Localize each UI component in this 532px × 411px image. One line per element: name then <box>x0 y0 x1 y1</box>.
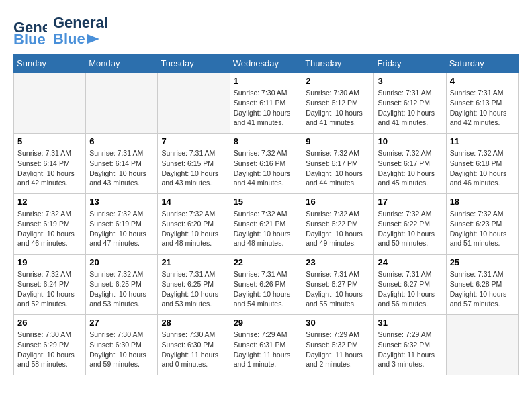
day-number: 13 <box>89 197 154 207</box>
day-number: 24 <box>378 257 442 267</box>
calendar-cell: 30Sunrise: 7:29 AM Sunset: 6:32 PM Dayli… <box>302 315 374 375</box>
day-number: 2 <box>306 76 370 86</box>
day-info: Sunrise: 7:31 AM Sunset: 6:25 PM Dayligh… <box>161 269 226 309</box>
day-info: Sunrise: 7:31 AM Sunset: 6:12 PM Dayligh… <box>378 88 442 128</box>
calendar-week-row: 5Sunrise: 7:31 AM Sunset: 6:14 PM Daylig… <box>14 134 519 194</box>
day-info: Sunrise: 7:31 AM Sunset: 6:27 PM Dayligh… <box>306 269 370 309</box>
calendar-cell: 8Sunrise: 7:32 AM Sunset: 6:16 PM Daylig… <box>230 134 302 194</box>
day-number: 8 <box>234 136 299 146</box>
calendar-cell: 16Sunrise: 7:32 AM Sunset: 6:22 PM Dayli… <box>302 194 374 255</box>
calendar-week-row: 19Sunrise: 7:32 AM Sunset: 6:24 PM Dayli… <box>14 255 519 315</box>
day-info: Sunrise: 7:30 AM Sunset: 6:29 PM Dayligh… <box>17 330 82 369</box>
day-info: Sunrise: 7:32 AM Sunset: 6:19 PM Dayligh… <box>17 209 82 248</box>
day-number: 14 <box>161 197 226 207</box>
calendar-cell: 28Sunrise: 7:30 AM Sunset: 6:30 PM Dayli… <box>158 315 230 375</box>
calendar-cell: 14Sunrise: 7:32 AM Sunset: 6:20 PM Dayli… <box>158 194 230 255</box>
day-info: Sunrise: 7:29 AM Sunset: 6:32 PM Dayligh… <box>378 330 442 369</box>
day-number: 9 <box>306 136 370 146</box>
logo-general-text: General <box>53 15 108 31</box>
logo: General Blue General Blue <box>13 13 108 47</box>
day-number: 19 <box>17 257 82 267</box>
calendar-cell: 12Sunrise: 7:32 AM Sunset: 6:19 PM Dayli… <box>14 194 86 255</box>
calendar-cell: 10Sunrise: 7:32 AM Sunset: 6:17 PM Dayli… <box>374 134 446 194</box>
calendar-cell: 27Sunrise: 7:30 AM Sunset: 6:30 PM Dayli… <box>86 315 158 375</box>
calendar-cell: 1Sunrise: 7:30 AM Sunset: 6:11 PM Daylig… <box>230 73 302 134</box>
day-number: 11 <box>450 136 515 146</box>
day-number: 30 <box>306 318 370 328</box>
day-number: 17 <box>378 197 442 207</box>
day-info: Sunrise: 7:29 AM Sunset: 6:32 PM Dayligh… <box>306 330 370 369</box>
day-info: Sunrise: 7:31 AM Sunset: 6:13 PM Dayligh… <box>450 88 515 128</box>
day-number: 18 <box>450 197 515 207</box>
page-header: General Blue General Blue <box>13 13 519 47</box>
day-info: Sunrise: 7:32 AM Sunset: 6:24 PM Dayligh… <box>17 269 82 309</box>
day-number: 21 <box>161 257 226 267</box>
calendar-cell: 19Sunrise: 7:32 AM Sunset: 6:24 PM Dayli… <box>14 255 86 315</box>
logo-blue-text: Blue <box>53 31 85 47</box>
calendar-table: SundayMondayTuesdayWednesdayThursdayFrid… <box>13 54 519 375</box>
day-number: 31 <box>378 318 442 328</box>
calendar-cell: 7Sunrise: 7:31 AM Sunset: 6:15 PM Daylig… <box>158 134 230 194</box>
calendar-cell: 21Sunrise: 7:31 AM Sunset: 6:25 PM Dayli… <box>158 255 230 315</box>
calendar-week-row: 12Sunrise: 7:32 AM Sunset: 6:19 PM Dayli… <box>14 194 519 255</box>
calendar-cell: 29Sunrise: 7:29 AM Sunset: 6:31 PM Dayli… <box>230 315 302 375</box>
day-number: 27 <box>89 318 154 328</box>
day-info: Sunrise: 7:32 AM Sunset: 6:17 PM Dayligh… <box>378 148 442 188</box>
weekday-header-monday: Monday <box>86 54 158 73</box>
day-number: 15 <box>234 197 299 207</box>
day-number: 28 <box>161 318 226 328</box>
calendar-cell: 26Sunrise: 7:30 AM Sunset: 6:29 PM Dayli… <box>14 315 86 375</box>
day-info: Sunrise: 7:30 AM Sunset: 6:30 PM Dayligh… <box>89 330 154 369</box>
weekday-header-tuesday: Tuesday <box>158 54 230 73</box>
calendar-cell: 4Sunrise: 7:31 AM Sunset: 6:13 PM Daylig… <box>446 73 518 134</box>
calendar-cell <box>158 73 230 134</box>
calendar-week-row: 1Sunrise: 7:30 AM Sunset: 6:11 PM Daylig… <box>14 73 519 134</box>
day-info: Sunrise: 7:32 AM Sunset: 6:23 PM Dayligh… <box>450 209 515 248</box>
weekday-header-wednesday: Wednesday <box>230 54 302 73</box>
calendar-week-row: 26Sunrise: 7:30 AM Sunset: 6:29 PM Dayli… <box>14 315 519 375</box>
day-info: Sunrise: 7:32 AM Sunset: 6:21 PM Dayligh… <box>234 209 299 248</box>
day-number: 20 <box>89 257 154 267</box>
day-info: Sunrise: 7:32 AM Sunset: 6:20 PM Dayligh… <box>161 209 226 248</box>
calendar-cell: 6Sunrise: 7:31 AM Sunset: 6:14 PM Daylig… <box>86 134 158 194</box>
day-info: Sunrise: 7:31 AM Sunset: 6:15 PM Dayligh… <box>161 148 226 188</box>
day-number: 3 <box>378 76 442 86</box>
weekday-header-friday: Friday <box>374 54 446 73</box>
day-info: Sunrise: 7:32 AM Sunset: 6:18 PM Dayligh… <box>450 148 515 188</box>
day-info: Sunrise: 7:29 AM Sunset: 6:31 PM Dayligh… <box>234 330 299 369</box>
weekday-header-saturday: Saturday <box>446 54 518 73</box>
calendar-cell: 22Sunrise: 7:31 AM Sunset: 6:26 PM Dayli… <box>230 255 302 315</box>
calendar-header-row: SundayMondayTuesdayWednesdayThursdayFrid… <box>14 54 519 73</box>
day-info: Sunrise: 7:30 AM Sunset: 6:11 PM Dayligh… <box>234 88 299 128</box>
day-info: Sunrise: 7:32 AM Sunset: 6:22 PM Dayligh… <box>306 209 370 248</box>
day-info: Sunrise: 7:31 AM Sunset: 6:27 PM Dayligh… <box>378 269 442 309</box>
day-info: Sunrise: 7:31 AM Sunset: 6:14 PM Dayligh… <box>89 148 154 188</box>
day-number: 7 <box>161 136 226 146</box>
day-info: Sunrise: 7:30 AM Sunset: 6:12 PM Dayligh… <box>306 88 370 128</box>
calendar-cell: 23Sunrise: 7:31 AM Sunset: 6:27 PM Dayli… <box>302 255 374 315</box>
calendar-cell <box>14 73 86 134</box>
calendar-cell <box>86 73 158 134</box>
calendar-cell: 11Sunrise: 7:32 AM Sunset: 6:18 PM Dayli… <box>446 134 518 194</box>
logo-arrow-icon <box>87 34 99 44</box>
day-info: Sunrise: 7:32 AM Sunset: 6:16 PM Dayligh… <box>234 148 299 188</box>
svg-text:Blue: Blue <box>13 31 46 47</box>
weekday-header-thursday: Thursday <box>302 54 374 73</box>
day-number: 5 <box>17 136 82 146</box>
day-number: 16 <box>306 197 370 207</box>
day-info: Sunrise: 7:31 AM Sunset: 6:26 PM Dayligh… <box>234 269 299 309</box>
calendar-cell: 2Sunrise: 7:30 AM Sunset: 6:12 PM Daylig… <box>302 73 374 134</box>
day-info: Sunrise: 7:32 AM Sunset: 6:25 PM Dayligh… <box>89 269 154 309</box>
day-info: Sunrise: 7:31 AM Sunset: 6:28 PM Dayligh… <box>450 269 515 309</box>
day-number: 4 <box>450 76 515 86</box>
day-number: 10 <box>378 136 442 146</box>
calendar-cell: 15Sunrise: 7:32 AM Sunset: 6:21 PM Dayli… <box>230 194 302 255</box>
svg-marker-2 <box>87 34 99 44</box>
calendar-cell: 5Sunrise: 7:31 AM Sunset: 6:14 PM Daylig… <box>14 134 86 194</box>
calendar-cell: 17Sunrise: 7:32 AM Sunset: 6:22 PM Dayli… <box>374 194 446 255</box>
calendar-cell: 25Sunrise: 7:31 AM Sunset: 6:28 PM Dayli… <box>446 255 518 315</box>
calendar-cell: 20Sunrise: 7:32 AM Sunset: 6:25 PM Dayli… <box>86 255 158 315</box>
calendar-cell: 3Sunrise: 7:31 AM Sunset: 6:12 PM Daylig… <box>374 73 446 134</box>
day-number: 26 <box>17 318 82 328</box>
day-info: Sunrise: 7:30 AM Sunset: 6:30 PM Dayligh… <box>161 330 226 369</box>
